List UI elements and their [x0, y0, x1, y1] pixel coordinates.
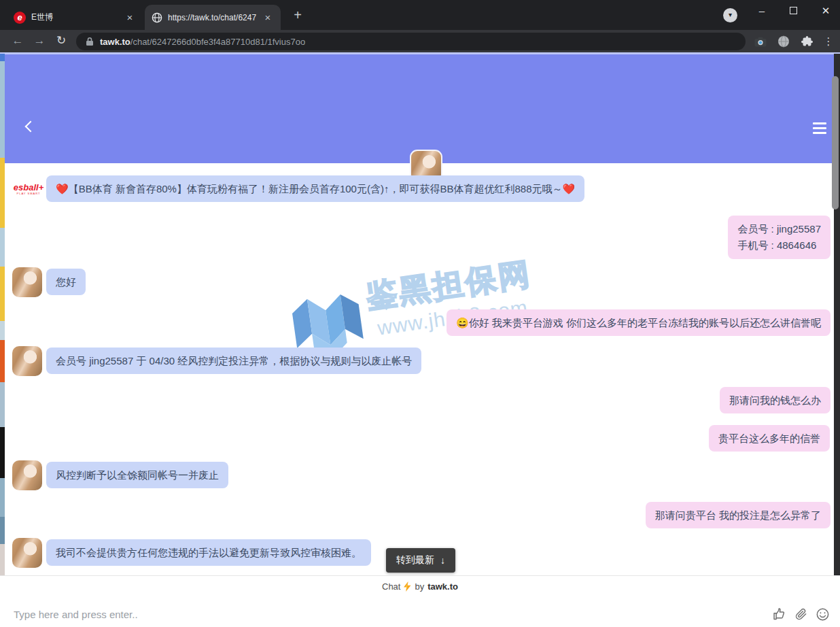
extension-globe-icon[interactable]	[776, 34, 791, 49]
chat-footer: Chat by tawk.to	[0, 575, 840, 627]
browser-menu-kebab-icon[interactable]: ⋮	[821, 34, 836, 49]
message-input[interactable]	[14, 606, 449, 622]
tab-strip: e E世博 × https://tawk.to/chat/6247266d × …	[0, 0, 840, 30]
forward-button[interactable]: →	[30, 31, 49, 50]
chat-hamburger-menu-icon[interactable]	[813, 122, 826, 137]
chat-header: 童川蔷	[5, 54, 834, 163]
thumbs-up-icon[interactable]	[772, 607, 787, 622]
tab-label: https://tawk.to/chat/6247266d	[168, 13, 256, 22]
tab-close-icon[interactable]: ×	[124, 12, 136, 24]
emoji-smiley-icon[interactable]	[816, 607, 830, 622]
agent-avatar	[12, 538, 42, 568]
url-domain: tawk.to	[100, 37, 130, 47]
background-page-sliver	[0, 54, 5, 627]
watermark-title: 鉴黑担保网	[364, 253, 534, 318]
chat-message: 贵平台这么多年的信誉	[709, 425, 830, 452]
back-button[interactable]: ←	[8, 31, 27, 50]
tab-tawkto[interactable]: https://tawk.to/chat/6247266d ×	[145, 5, 281, 30]
close-window-button[interactable]: ✕	[810, 0, 840, 23]
chat-message: 您好	[46, 269, 86, 295]
agent-avatar	[12, 346, 42, 376]
jump-to-latest-button[interactable]: 转到最新 ↓	[386, 548, 455, 573]
browser-window: e E世博 × https://tawk.to/chat/6247266d × …	[0, 0, 840, 627]
chat-message: 😄你好 我来贵平台游戏 你们这么多年的老平台冻结我的账号以后还怎么讲信誉呢	[447, 309, 830, 336]
chat-message: 那请问我的钱怎么办	[720, 387, 830, 413]
globe-favicon-icon	[152, 12, 162, 23]
tawkto-branding: Chat by tawk.to	[0, 581, 840, 592]
minimize-button[interactable]: –	[746, 0, 777, 23]
tab-label: E世博	[31, 12, 118, 23]
lightning-bolt-icon	[404, 581, 411, 592]
chat-message: 风控判断予以全馀额同帐号一并废止	[46, 462, 228, 488]
tab-search-button[interactable]: ▾	[723, 8, 737, 22]
chat-message: 我司不会提供贵方任何您违规的手法以避免更新导致风控审核困难。	[46, 539, 371, 566]
url-path: /chat/6247266d0bfe3f4a87710d81/1fvius7oo	[130, 37, 305, 47]
down-arrow-icon: ↓	[440, 555, 445, 566]
address-bar[interactable]: tawk.to/chat/6247266d0bfe3f4a87710d81/1f…	[76, 33, 746, 50]
new-tab-button[interactable]: +	[289, 7, 307, 24]
lock-icon	[86, 37, 94, 46]
maximize-button[interactable]	[777, 0, 809, 23]
reload-button[interactable]: ↻	[52, 31, 71, 50]
extensions-puzzle-icon[interactable]	[799, 34, 814, 49]
agent-avatar	[12, 267, 42, 297]
scrollbar-track[interactable]	[834, 54, 840, 575]
tab-close-icon[interactable]: ×	[262, 12, 274, 24]
esball-logo-avatar: esball+ PLAY SMART	[15, 175, 42, 203]
chat-back-chevron-icon[interactable]	[25, 121, 37, 133]
tawkto-link[interactable]: tawk.to	[427, 581, 458, 592]
browser-toolbar: ← → ↻ tawk.to/chat/6247266d0bfe3f4a87710…	[0, 30, 840, 52]
screenshot-extension-icon[interactable]	[753, 34, 768, 49]
tab-esball[interactable]: e E世博 ×	[7, 5, 143, 30]
attachment-paperclip-icon[interactable]	[794, 607, 809, 622]
maximize-icon	[790, 7, 797, 14]
chat-message: ❤️【BB体育 新會首存80%】体育玩粉有福了！新注册会员首存100元(含)↑，…	[46, 175, 584, 202]
scrollbar-thumb[interactable]	[832, 76, 839, 209]
chat-message: 会员号 jing25587 于 04/30 经风控判定投注异常，根据协议与规则与…	[46, 348, 421, 374]
esball-favicon-icon: e	[14, 12, 26, 24]
chat-message: 会员号 : jing25587 手机号 : 4864646	[728, 216, 830, 259]
agent-avatar	[12, 460, 42, 490]
chat-message: 那请问贵平台 我的投注是怎么异常了	[646, 502, 830, 528]
